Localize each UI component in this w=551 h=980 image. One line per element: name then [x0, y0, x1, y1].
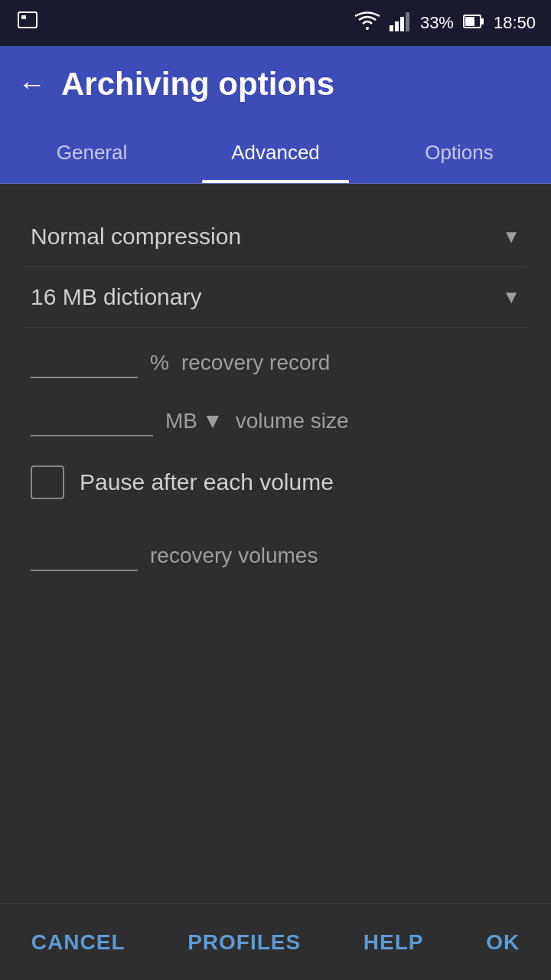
recovery-volumes-input[interactable] — [31, 542, 138, 571]
tab-options[interactable]: Options — [367, 122, 551, 183]
svg-rect-8 — [481, 18, 484, 24]
signal-icon — [390, 11, 411, 34]
recovery-record-percent: % — [150, 351, 169, 378]
tab-general[interactable]: General — [0, 122, 184, 183]
svg-rect-7 — [465, 17, 474, 26]
pause-checkbox-row: Pause after each volume — [23, 444, 528, 521]
svg-rect-0 — [18, 12, 37, 28]
recovery-record-label: recovery record — [181, 351, 331, 378]
time-text: 18:50 — [494, 13, 536, 33]
recovery-record-row: % recovery record — [23, 328, 528, 386]
pause-label: Pause after each volume — [80, 469, 334, 495]
svg-rect-1 — [21, 15, 26, 19]
recovery-record-input[interactable] — [31, 349, 138, 378]
wifi-icon — [354, 11, 380, 34]
recovery-volumes-label: recovery volumes — [150, 544, 318, 571]
volume-size-label: volume size — [236, 409, 349, 436]
compression-dropdown-row[interactable]: Normal compression ▼ — [23, 207, 528, 267]
page-title: Archiving options — [61, 66, 334, 103]
volume-size-input[interactable] — [31, 407, 153, 436]
dictionary-dropdown-row[interactable]: 16 MB dictionary ▼ — [23, 267, 528, 328]
compression-label: Normal compression — [31, 224, 241, 250]
pause-checkbox[interactable] — [31, 466, 64, 499]
battery-icon — [463, 13, 484, 33]
tab-advanced[interactable]: Advanced — [184, 122, 367, 183]
app-icon — [15, 9, 40, 37]
recovery-volumes-row: recovery volumes — [23, 521, 528, 579]
svg-rect-5 — [406, 12, 409, 31]
volume-size-row: MB ▼ volume size — [23, 386, 528, 444]
volume-unit-label: MB — [165, 409, 197, 433]
svg-rect-4 — [400, 17, 404, 31]
svg-rect-3 — [395, 21, 399, 31]
cancel-button[interactable]: CANCEL — [16, 923, 141, 962]
dictionary-label: 16 MB dictionary — [31, 284, 201, 310]
toolbar: ← Archiving options — [0, 46, 551, 122]
compression-arrow-icon: ▼ — [502, 226, 520, 247]
volume-unit-dropdown[interactable]: MB ▼ — [165, 409, 223, 436]
svg-rect-2 — [390, 25, 393, 31]
profiles-button[interactable]: PROFILES — [172, 923, 316, 962]
ok-button[interactable]: OK — [471, 923, 535, 962]
dictionary-arrow-icon: ▼ — [502, 286, 520, 308]
tab-bar: General Advanced Options — [0, 122, 551, 184]
back-button[interactable]: ← — [18, 70, 46, 98]
action-bar: CANCEL PROFILES HELP OK — [0, 903, 551, 980]
battery-text: 33% — [420, 13, 454, 33]
volume-unit-arrow-icon: ▼ — [202, 409, 223, 433]
status-bar: 33% 18:50 — [0, 0, 551, 46]
help-button[interactable]: HELP — [348, 923, 439, 962]
content-area: Normal compression ▼ 16 MB dictionary ▼ … — [0, 184, 551, 602]
